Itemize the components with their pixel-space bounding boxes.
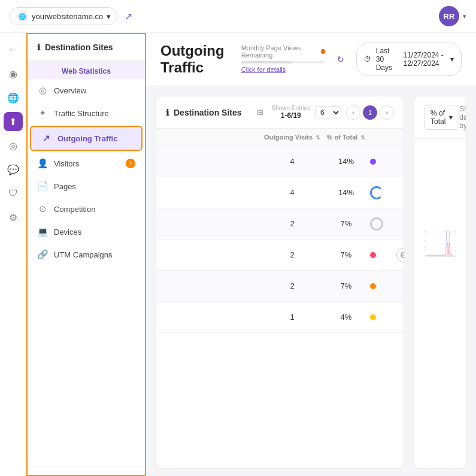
sidebar-icon-traffic[interactable]: ⬆	[4, 112, 23, 131]
sidebar-item-label: Traffic Structure	[54, 109, 109, 118]
svg-text:20: 20	[455, 245, 456, 245]
svg-text:12/09/2024: 12/09/2024	[436, 256, 441, 257]
sidebar-icon-target[interactable]: ◎	[4, 136, 23, 155]
pct-cell: 4%	[322, 313, 370, 322]
traffic-structure-icon: ✦	[37, 108, 48, 119]
pv-bar-fill	[241, 61, 292, 63]
date-range-selector[interactable]: ⏱ Last 30 Days 11/27/2024 - 12/27/2024 ▾	[356, 43, 462, 76]
left-panel: ℹ Destination Sites ⊞ Shown Entries 1-6/…	[156, 96, 404, 469]
filter-button[interactable]: ⊞	[254, 106, 267, 119]
refresh-icon[interactable]: ↻	[337, 54, 344, 64]
visits-cell: 2	[262, 219, 322, 228]
page-1-button[interactable]: 1	[363, 105, 377, 120]
table-row: 2 7%	[156, 208, 404, 239]
next-page-button[interactable]: ›	[380, 105, 394, 120]
flag-cell	[370, 186, 394, 199]
sidebar-item-devices[interactable]: 💻 Devices	[28, 220, 145, 243]
metric-label: % of Total	[430, 109, 445, 126]
svg-text:30: 30	[424, 240, 425, 241]
sidebar-item-outgoing-traffic[interactable]: ↗ Outgoing Traffic	[30, 126, 143, 151]
sidebar-icon-settings[interactable]: ⚙	[4, 208, 23, 227]
color-dot	[370, 252, 376, 258]
col-pct-header[interactable]: % of Total ⇅	[322, 134, 370, 141]
date-range-value: 11/27/2024 - 12/27/2024	[403, 51, 445, 68]
show-data-label: Show data by:	[459, 105, 466, 130]
chart-area: 0 5 10 15 20 25 30 35 40 45 50 0 5	[414, 139, 466, 469]
sidebar-icon-back[interactable]: ←	[4, 40, 23, 59]
nav-section-title: Web Statistics	[28, 61, 145, 79]
add-row-button[interactable]: ⊕	[396, 248, 404, 262]
line-chart: 0 5 10 15 20 25 30 35 40 45 50 0 5	[424, 148, 456, 340]
icon-sidebar: ← ◉ 🌐 ⬆ ◎ 💬 🛡 ⚙	[0, 33, 26, 476]
topbar-left: 🌐 yourwebsitename.co ▾ ↗	[10, 7, 135, 25]
svg-text:50: 50	[424, 231, 425, 232]
pct-cell: 7%	[322, 219, 370, 228]
flag-cell	[370, 252, 394, 258]
sidebar-icon-chat[interactable]: 💬	[4, 160, 23, 179]
color-dot	[370, 159, 376, 165]
metric-select[interactable]: % of Total ▾	[424, 105, 459, 130]
svg-text:15: 15	[424, 247, 425, 248]
svg-text:45: 45	[424, 232, 425, 233]
rows-per-page-select[interactable]: 6 10 20	[315, 106, 341, 119]
table-row: 2 7% ⊕	[156, 239, 404, 271]
pv-link[interactable]: Click for details	[241, 66, 286, 73]
table-row: 4 14%	[156, 146, 404, 177]
panel-icon: ℹ	[166, 108, 169, 117]
date-range-label: Last 30 Days	[376, 47, 399, 72]
pct-cell: 14%	[322, 188, 370, 197]
sidebar-icon-shield[interactable]: 🛡	[4, 184, 23, 203]
sidebar-item-visitors[interactable]: 👤 Visitors !	[28, 152, 145, 175]
visitors-badge: !	[126, 159, 135, 168]
nav-sidebar: ℹ Destination Sites Web Statistics ◎ Ove…	[26, 33, 146, 476]
svg-text:10: 10	[424, 250, 425, 251]
outgoing-traffic-icon: ↗	[41, 133, 51, 144]
prev-page-button[interactable]: ‹	[346, 105, 360, 120]
site-icon: 🌐	[16, 10, 28, 22]
donut-mini-2	[370, 217, 383, 231]
pct-cell: 7%	[322, 250, 370, 259]
site-selector[interactable]: 🌐 yourwebsitename.co ▾	[10, 7, 117, 25]
col-visits-header[interactable]: Outgoing Visits ⇅	[262, 134, 322, 141]
refresh-button[interactable]: ↗	[122, 8, 135, 25]
svg-text:30: 30	[455, 240, 456, 241]
svg-text:35: 35	[424, 238, 425, 238]
sidebar-item-label: UTM Campaigns	[54, 250, 113, 259]
sidebar-item-label: Competition	[54, 205, 95, 214]
sidebar-icon-globe[interactable]: 🌐	[4, 88, 23, 107]
flag-cell	[370, 283, 394, 289]
sidebar-item-utm-campaigns[interactable]: 🔗 UTM Campaigns	[28, 243, 145, 266]
table-row: 4 14%	[156, 177, 404, 208]
nav-header-title: Destination Sites	[45, 43, 113, 52]
sidebar-item-label: Overview	[54, 86, 86, 95]
panel-controls: ⊞ Shown Entries 1-6/19 6 10 20 ‹ 1	[254, 105, 394, 120]
donut-mini	[370, 186, 383, 199]
topbar-right: RR ▾	[439, 6, 466, 26]
table-header: Outgoing Visits ⇅ % of Total ⇅	[156, 129, 404, 146]
sidebar-item-overview[interactable]: ◎ Overview	[28, 79, 145, 102]
sidebar-item-label: Visitors	[54, 159, 79, 168]
page-title: Outgoing Traffic	[160, 43, 229, 76]
content-area: ℹ Destination Sites ⊞ Shown Entries 1-6/…	[146, 86, 476, 476]
nav-header-icon: ℹ	[37, 43, 40, 52]
svg-text:50: 50	[455, 231, 456, 232]
overview-icon: ◎	[37, 85, 48, 96]
visits-cell: 2	[262, 281, 322, 290]
sidebar-item-traffic-structure[interactable]: ✦ Traffic Structure	[28, 102, 145, 125]
sidebar-item-competition[interactable]: ⊙ Competition	[28, 198, 145, 220]
chart-header: % of Total ▾ Show data by: Day Week Mont…	[414, 96, 466, 139]
avatar[interactable]: RR	[439, 6, 459, 26]
pv-bar	[241, 61, 325, 63]
visits-cell: 4	[262, 157, 322, 166]
svg-text:25: 25	[424, 242, 425, 243]
devices-icon: 💻	[37, 226, 48, 237]
svg-text:12/20/2024: 12/20/2024	[445, 256, 450, 257]
chevron-down-icon: ▾	[107, 12, 111, 21]
site-name: yourwebsitename.co	[32, 12, 103, 21]
flag-cell	[370, 314, 394, 320]
svg-text:35: 35	[455, 238, 456, 238]
time-tab-group: Show data by: Day Week Month Year	[459, 105, 466, 130]
visits-sort-icon: ⇅	[316, 135, 320, 141]
sidebar-icon-analytics[interactable]: ◉	[4, 64, 23, 83]
sidebar-item-pages[interactable]: 📄 Pages	[28, 175, 145, 198]
